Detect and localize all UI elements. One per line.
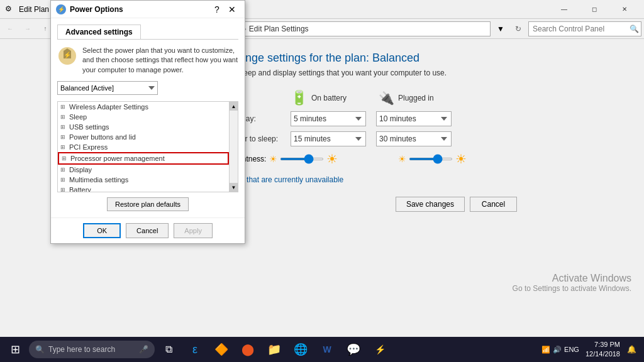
taskbar-chrome[interactable]: 🌐	[288, 337, 313, 362]
title-bar-controls: — ◻ ✕	[550, 0, 639, 19]
battery-sleep-dropdown[interactable]: 5 minutes 10 minutes 15 minutes 30 minut…	[291, 131, 366, 146]
close-button[interactable]: ✕	[610, 0, 639, 19]
expand-icon-display: ⊞	[60, 167, 65, 173]
list-item-multimedia[interactable]: ⊞ Multimedia settings	[58, 175, 229, 185]
sun-small-icon-battery: ☀	[269, 154, 277, 164]
dialog-list[interactable]: ⊞ Wireless Adapter Settings ⊞ Sleep ⊞ US…	[58, 102, 229, 192]
vlc-icon: 🔶	[214, 343, 228, 356]
sound-icon[interactable]: 🔊	[553, 346, 562, 354]
sun-large-icon-battery: ☀	[326, 151, 338, 167]
taskbar-tray: 📶 🔊 ENG	[536, 346, 584, 354]
taskbar: ⊞ 🔍 Type here to search 🎤 ⧉ ε 🔶 ⬤ 📁 🌐 W …	[0, 337, 644, 362]
task-view-button[interactable]: ⧉	[156, 337, 181, 362]
taskbar-vlc[interactable]: 🔶	[209, 337, 234, 362]
skype-icon: 💬	[347, 343, 360, 356]
dialog-cancel-button[interactable]: Cancel	[126, 223, 169, 238]
dialog-tab-advanced[interactable]: Advanced settings	[57, 25, 141, 39]
taskbar-clock[interactable]: 7:39 PM 12/14/2018	[586, 340, 620, 359]
search-icon: 🔍	[630, 25, 639, 33]
dialog-ok-button[interactable]: OK	[83, 223, 121, 238]
lang-indicator[interactable]: ENG	[564, 346, 579, 353]
chrome-icon: 🌐	[294, 343, 308, 356]
cancel-button[interactable]: Cancel	[470, 197, 517, 212]
main-content: Change settings for the plan: Balanced C…	[0, 39, 644, 337]
search-input[interactable]	[533, 25, 627, 33]
plugged-sleep-dropdown-wrapper: 15 minutes 30 minutes 45 minutes Never	[376, 131, 452, 146]
sun-small-icon-plugged: ☀	[398, 154, 406, 164]
dialog-plan-dropdown[interactable]: Balanced [Active] Power saver High perfo…	[57, 81, 158, 95]
watermark-subtitle: Go to Settings to activate Windows.	[513, 284, 631, 293]
plugged-brightness-slider[interactable]	[409, 158, 453, 160]
battery-display-dropdown[interactable]: 5 minutes 10 minutes 15 minutes Never	[291, 111, 366, 126]
forward-button[interactable]: →	[20, 21, 35, 36]
clock-date: 12/14/2018	[586, 349, 620, 359]
list-item-usb[interactable]: ⊞ USB settings	[58, 122, 229, 132]
save-changes-button[interactable]: Save changes	[396, 197, 465, 212]
taskbar-edge[interactable]: ε	[182, 337, 208, 362]
dialog-title: Power Options	[70, 5, 209, 14]
plugged-sleep-dropdown[interactable]: 15 minutes 30 minutes 45 minutes Never	[376, 131, 452, 146]
taskbar-skype[interactable]: 💬	[341, 337, 366, 362]
ubuntu-icon: ⬤	[242, 343, 254, 356]
scroll-up-button[interactable]: ▲	[230, 102, 238, 111]
list-item-power-buttons[interactable]: ⊞ Power buttons and lid	[58, 132, 229, 142]
plugged-display-dropdown[interactable]: 5 minutes 10 minutes 15 minutes Never	[376, 111, 452, 126]
list-item-display[interactable]: ⊞ Display	[58, 165, 229, 175]
refresh-button[interactable]: ↻	[511, 21, 526, 36]
taskbar-green-app[interactable]: ⚡	[367, 337, 392, 362]
svg-text:⚡: ⚡	[64, 51, 72, 59]
dialog-plan-dropdown-wrapper: Balanced [Active] Power saver High perfo…	[57, 81, 238, 95]
battery-sleep-dropdown-wrapper: 5 minutes 10 minutes 15 minutes 30 minut…	[291, 131, 366, 146]
expand-icon-wireless: ⊞	[60, 104, 65, 110]
word-icon: W	[323, 344, 331, 354]
dialog-footer: OK Cancel Apply	[51, 217, 245, 243]
sun-large-icon-plugged: ☀	[455, 151, 467, 167]
battery-display-dropdown-wrapper: 5 minutes 10 minutes 15 minutes Never	[291, 111, 366, 126]
taskbar-search-icon: 🔍	[35, 345, 45, 354]
list-scrollbar[interactable]: ▲ ▼	[229, 102, 238, 192]
dialog-close-button[interactable]: ✕	[225, 2, 240, 17]
notification-button[interactable]: 🔔	[621, 337, 641, 362]
window-icon: ⚙	[5, 4, 15, 14]
battery-brightness-slider[interactable]	[280, 158, 324, 160]
dialog-tab-bar: Advanced settings	[57, 25, 238, 40]
dialog-intro-icon: ⚡	[57, 46, 77, 66]
network-icon[interactable]: 📶	[541, 346, 550, 354]
search-box[interactable]: 🔍	[528, 21, 641, 36]
taskbar-search-box[interactable]: 🔍 Type here to search 🎤	[29, 341, 155, 358]
restore-plan-button[interactable]: Restore plan defaults	[107, 197, 189, 211]
power-options-dialog: ⚡ Power Options ? ✕ Advanced settings ⚡ …	[50, 0, 245, 244]
dialog-title-bar: ⚡ Power Options ? ✕	[51, 1, 245, 18]
clock-time: 7:39 PM	[586, 340, 620, 349]
plug-icon: 🔌	[379, 90, 394, 106]
plugged-display-dropdown-wrapper: 5 minutes 10 minutes 15 minutes Never	[376, 111, 452, 126]
activation-watermark: Activate Windows Go to Settings to activ…	[513, 273, 631, 293]
explorer-icon: 📁	[267, 343, 281, 356]
expand-icon-sleep: ⊞	[60, 114, 65, 120]
dialog-help-button[interactable]: ?	[209, 2, 225, 17]
taskbar-ubuntu[interactable]: ⬤	[235, 337, 260, 362]
start-button[interactable]: ⊞	[3, 337, 28, 362]
expand-icon-processor: ⊞	[62, 155, 67, 162]
maximize-button[interactable]: ◻	[580, 0, 609, 19]
scroll-down-button[interactable]: ▼	[230, 183, 238, 192]
green-app-icon: ⚡	[375, 344, 386, 354]
battery-brightness-group: ☀ ☀	[269, 151, 388, 167]
minimize-button[interactable]: —	[550, 0, 579, 19]
back-button[interactable]: ←	[3, 21, 18, 36]
list-item-wireless[interactable]: ⊞ Wireless Adapter Settings	[58, 102, 229, 112]
battery-icon: 🔋	[291, 90, 308, 106]
list-item-processor[interactable]: ⊞ Processor power management	[58, 152, 229, 165]
expand-icon-pci: ⊞	[60, 144, 65, 150]
taskbar-word[interactable]: W	[314, 337, 340, 362]
list-item-pci[interactable]: ⊞ PCI Express	[58, 142, 229, 152]
taskbar-explorer[interactable]: 📁	[262, 337, 287, 362]
dialog-apply-button[interactable]: Apply	[174, 223, 213, 238]
plugged-brightness-group: ☀ ☀	[398, 151, 517, 167]
list-item-sleep[interactable]: ⊞ Sleep	[58, 112, 229, 122]
breadcrumb-current: Edit Plan Settings	[249, 25, 309, 33]
list-item-battery[interactable]: ⊞ Battery	[58, 185, 229, 192]
dropdown-arrow[interactable]: ▼	[493, 21, 508, 36]
microphone-icon: 🎤	[139, 345, 148, 354]
on-battery-header: 🔋 On battery	[291, 90, 366, 106]
